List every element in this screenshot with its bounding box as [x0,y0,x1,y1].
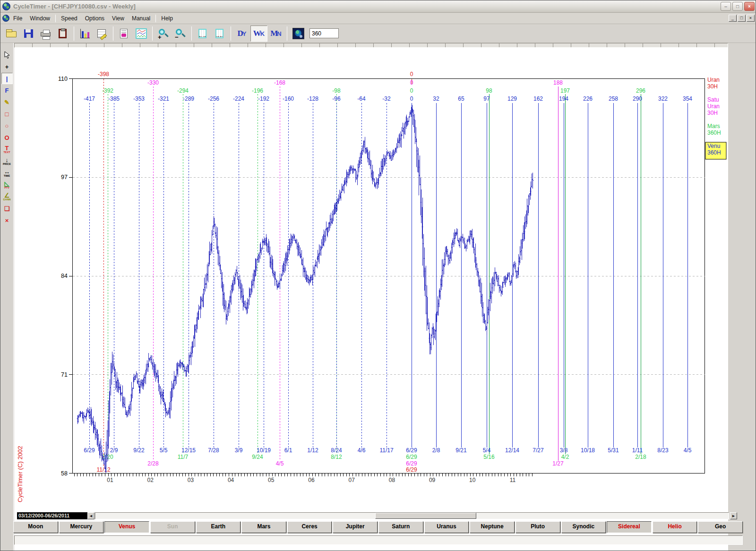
toolbar-separator [113,26,113,41]
close-button[interactable]: × [744,2,755,11]
planet-button-synodic[interactable]: Synodic [561,521,606,533]
horizontal-scrollbar[interactable] [95,512,729,519]
menu-window[interactable]: Window [26,14,54,23]
svg-text:0: 0 [410,71,413,77]
mdi-minimize-button[interactable]: _ [729,15,737,22]
planet-button-neptune[interactable]: Neptune [470,521,515,533]
tool-gann-button[interactable]: ∠GANN [1,191,13,202]
svg-text:Venu: Venu [707,143,720,149]
compress-bars-button[interactable]: →← [211,26,228,42]
toolbar-separator [287,26,287,41]
tool-pointer-button[interactable] [1,49,13,60]
tool-crosshair-button[interactable]: + [1,61,13,72]
minimize-button[interactable]: – [721,2,731,11]
svg-text:4/5: 4/5 [684,447,692,454]
svg-text:5/4: 5/4 [483,447,491,454]
planet-button-saturn[interactable]: Saturn [378,521,423,533]
tool-fibonacci-button[interactable]: F [1,85,13,96]
tool-time-button[interactable]: ↔TIME [1,167,13,179]
rectangle-icon: □ [5,111,9,117]
planet-button-pluto[interactable]: Pluto [515,521,560,533]
chart-style-button[interactable] [77,26,94,42]
zoom-out-button[interactable]: − [172,26,189,42]
svg-text:1/27: 1/27 [552,460,564,467]
tool-rectangle-button[interactable]: □ [1,108,13,120]
tool-vertical-line-button[interactable]: | [1,73,13,84]
svg-text:-330: -330 [147,79,159,86]
tool-circle-button[interactable]: ○ [1,120,13,131]
zoom-in-button[interactable]: + [155,26,172,42]
clipboard-button[interactable] [54,26,71,42]
tool-ptv-button[interactable]: ◺PTV [1,179,13,190]
period-daily-button[interactable]: DY [233,26,250,42]
chart-canvas[interactable]: 110978471580102030405060708091011-39811/… [14,48,728,551]
save-button[interactable] [20,26,37,42]
tool-pencil-button[interactable]: ✎ [1,96,13,108]
planet-button-sidereal[interactable]: Sidereal [607,521,652,533]
erase-study-button[interactable] [116,26,133,42]
planet-button-mercury[interactable]: Mercury [59,521,104,533]
chart-svg: 110978471580102030405060708091011-39811/… [14,48,728,506]
ephemeris-button[interactable] [290,26,307,42]
planet-button-geo[interactable]: Geo [698,521,743,533]
scroll-left-arrow[interactable]: ◀ [87,512,94,519]
printer-icon [40,28,52,39]
period-monthly-button[interactable]: MN [267,26,284,42]
svg-text:8/23: 8/23 [657,447,669,454]
svg-text:5/16: 5/16 [483,454,495,460]
menu-speed[interactable]: Speed [57,14,81,23]
menu-file[interactable]: File [9,14,26,23]
print-button[interactable] [37,26,54,42]
svg-text:-294: -294 [177,87,189,94]
menu-manual[interactable]: Manual [128,14,154,23]
menu-options[interactable]: Options [81,14,108,23]
toolbar-separator [191,26,192,41]
data-table-button[interactable] [94,26,111,42]
mdi-close-button[interactable]: × [747,15,755,22]
svg-text:65: 65 [458,95,464,102]
svg-text:9/24: 9/24 [252,454,263,460]
tool-delete-button[interactable]: × [1,215,13,226]
svg-text:97: 97 [483,95,490,102]
status-strip [14,535,743,545]
planet-button-uranus[interactable]: Uranus [424,521,469,533]
svg-text:322: 322 [658,95,668,102]
expand-bars-button[interactable]: ←→ [194,26,211,42]
page-eraser-icon [118,28,130,39]
time-icon: ↔ [4,169,10,175]
tool-ellipse-button[interactable]: O [1,132,13,143]
svg-text:-128: -128 [307,95,318,102]
planet-button-venus[interactable]: Venus [104,521,149,533]
planet-button-row: MoonMercuryVenusSunEarthMarsCeresJupiter… [13,521,743,533]
planet-button-ceres[interactable]: Ceres [287,521,332,533]
planet-button-helio[interactable]: Helio [653,521,697,533]
menu-help[interactable]: Help [157,14,177,23]
mdi-restore-button[interactable]: □ [738,15,746,22]
planet-button-mars[interactable]: Mars [241,521,286,533]
svg-text:5/5: 5/5 [160,447,168,454]
open-button[interactable] [3,26,20,42]
mini-chart-icon [135,28,147,39]
svg-text:296: 296 [636,87,645,94]
restore-button[interactable]: □ [732,2,743,11]
chart-preview-button[interactable] [133,26,150,42]
svg-text:-192: -192 [258,95,269,102]
svg-text:2/8: 2/8 [432,447,440,454]
degrees-input[interactable] [309,28,339,38]
workspace: +|F✎□○OTTEXT↓PRICE↔TIME◺PTV∠GANN❏× 11097… [0,43,756,551]
planet-button-jupiter[interactable]: Jupiter [333,521,378,533]
svg-text:Mars: Mars [707,123,720,129]
drawing-tool-palette: +|F✎□○OTTEXT↓PRICE↔TIME◺PTV∠GANN❏× [0,43,14,551]
clipboard-icon [57,28,69,39]
planet-button-moon[interactable]: Moon [13,521,58,533]
period-weekly-button[interactable]: WK [250,26,267,42]
scrollbar-thumb[interactable] [375,513,476,519]
svg-text:-385: -385 [108,95,120,102]
planet-button-earth[interactable]: Earth [196,521,241,533]
tool-text-button[interactable]: TTEXT [1,144,13,155]
tool-price-button[interactable]: ↓PRICE [1,155,13,167]
svg-text:3/8: 3/8 [560,447,568,454]
scroll-right-arrow[interactable]: ▶ [730,512,737,519]
tool-copy-button[interactable]: ❏ [1,203,13,214]
menu-view[interactable]: View [108,14,128,23]
